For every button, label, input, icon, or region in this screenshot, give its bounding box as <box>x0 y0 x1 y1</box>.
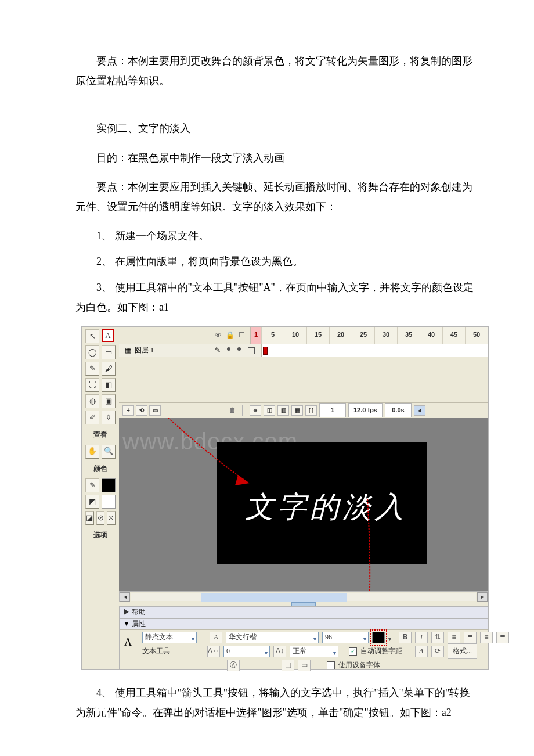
paint-bucket-tool-icon[interactable]: ▣ <box>102 394 116 408</box>
align-right-icon[interactable]: ≡ <box>480 632 493 643</box>
properties-panel: ▼ 属性 A 静态文本 A 华文行楷 96 <box>119 618 488 669</box>
layer-dot-icon <box>227 347 230 351</box>
format-button[interactable]: 格式... <box>448 643 477 659</box>
char-options-icon[interactable]: A <box>415 646 428 657</box>
tracking-icon: A↔ <box>207 646 220 657</box>
timeline-header: 👁 🔒 ☐ 1 5 10 15 20 25 30 35 40 45 50 <box>119 327 488 345</box>
toolbox-view-label: 查看 <box>82 424 119 442</box>
eraser-tool-icon[interactable]: ◊ <box>102 411 116 424</box>
render-html-icon[interactable]: ◫ <box>282 660 294 671</box>
center-frame-icon[interactable]: ⎆ <box>250 405 261 416</box>
timeline-frames[interactable] <box>261 344 488 357</box>
paragraph-step-4: 4、 使用工具箱中"箭头工具"按钮，将输入的文字选中，执行"插入"菜单下的"转换… <box>75 683 476 722</box>
stage-area[interactable]: www.bdocx.com 文字的淡入 <box>119 418 488 591</box>
properties-panel-header[interactable]: ▼ 属性 <box>120 619 488 630</box>
device-font-label: 使用设备字体 <box>338 658 380 672</box>
eye-icon[interactable]: 👁 <box>214 332 222 340</box>
text-type-select[interactable]: 静态文本 <box>142 632 197 643</box>
kerning-mode-select[interactable]: 正常 <box>290 646 338 657</box>
default-colors-icon[interactable]: ◪ <box>85 511 94 525</box>
align-center-icon[interactable]: ≣ <box>464 632 477 643</box>
font-size-select[interactable]: 96 <box>322 632 369 643</box>
paragraph-step-3: 3、 使用工具箱中的"文本工具"按钮"A"，在页面中输入文字，并将文字的颜色设定… <box>75 278 476 317</box>
onion-outline-icon[interactable]: ▥ <box>277 405 289 416</box>
hand-tool-icon[interactable]: ✋ <box>85 445 99 459</box>
text-direction-icon[interactable]: ⇅ <box>431 632 444 643</box>
layer-dot-icon <box>237 347 241 351</box>
brush-tool-icon[interactable]: 🖌 <box>102 362 116 376</box>
layer-outline-box-icon <box>248 347 255 354</box>
modify-onion-icon[interactable]: ［］ <box>305 405 317 416</box>
scroll-right-arrow-icon[interactable]: ▸ <box>477 592 488 602</box>
paragraph-essentials-2: 要点：本例主要应用到插入关键帧、延长动画播放时间、将舞台存在的对象创建为元件、设… <box>75 177 476 217</box>
trash-icon[interactable]: 🗑 <box>227 406 237 415</box>
arrow-tool-icon[interactable]: ↖ <box>85 329 99 343</box>
device-font-checkbox[interactable] <box>327 661 335 669</box>
ruler-tick: 1 <box>251 327 262 344</box>
stroke-color-swatch[interactable] <box>102 478 116 492</box>
ruler-tick: 5 <box>262 327 284 344</box>
ruler-tick: 10 <box>284 327 307 344</box>
ruler-tick: 40 <box>420 327 443 344</box>
align-left-icon[interactable]: ≡ <box>448 632 460 643</box>
font-preview-icon: A <box>210 632 222 643</box>
scroll-left-arrow-icon[interactable]: ◂ <box>120 592 130 602</box>
scrollbar-track[interactable] <box>131 593 476 601</box>
add-folder-icon[interactable]: ▭ <box>149 405 161 416</box>
rotate-icon[interactable]: ⟳ <box>431 646 444 657</box>
outline-icon[interactable]: ☐ <box>237 332 246 340</box>
ink-bottle-tool-icon[interactable]: ◍ <box>85 394 99 408</box>
paragraph-step-1: 1、 新建一个场景文件。 <box>75 226 476 246</box>
toolbox-options-label: 选项 <box>82 525 119 543</box>
panel-resize-grip[interactable] <box>119 602 488 606</box>
rect-tool-icon[interactable]: ▭ <box>102 345 116 359</box>
stage-canvas[interactable]: 文字的淡入 <box>217 442 427 564</box>
paragraph-step-2: 2、 在属性面版里，将页面背景色设为黑色。 <box>75 251 476 271</box>
layer-name: 图层 1 <box>135 344 154 357</box>
text-tool-icon[interactable]: A <box>102 329 114 342</box>
stage-text-object[interactable]: 文字的淡入 <box>236 480 416 535</box>
no-color-icon[interactable]: ⊘ <box>96 511 105 525</box>
selectable-icon[interactable]: Ⓐ <box>227 660 240 671</box>
scrollbar-thumb[interactable] <box>201 593 347 602</box>
free-transform-tool-icon[interactable]: ⛶ <box>85 378 99 392</box>
tracking-input[interactable]: 0 <box>223 646 270 657</box>
text-tool-indicator-icon: A <box>124 632 132 652</box>
show-border-icon[interactable]: ▭ <box>298 660 311 671</box>
flash-screenshot: ↖ A ◯ ▭ ✎ 🖌 ⛶ ◧ ◍ ▣ <box>81 326 476 670</box>
lock-icon[interactable]: 🔒 <box>226 332 234 340</box>
eyedropper-tool-icon[interactable]: ✐ <box>85 411 99 424</box>
font-family-select[interactable]: 华文行楷 <box>226 632 319 643</box>
edit-multiple-icon[interactable]: ▦ <box>291 405 303 416</box>
auto-kern-checkbox[interactable]: ✓ <box>349 647 357 656</box>
onion-skin-icon[interactable]: ◫ <box>264 405 275 416</box>
help-panel-header[interactable]: ▶ 帮助 <box>119 606 488 619</box>
swap-colors-icon[interactable]: ⤭ <box>107 511 116 525</box>
toolbox-color-label: 颜色 <box>82 459 119 477</box>
ruler-tick: 15 <box>307 327 330 344</box>
oval-tool-icon[interactable]: ◯ <box>85 345 99 359</box>
fill-color-swatch[interactable] <box>102 495 116 509</box>
fill-color-icon[interactable]: ◩ <box>85 495 99 509</box>
scroll-left-icon[interactable]: ◂ <box>414 405 425 416</box>
text-color-swatch[interactable] <box>372 632 385 643</box>
bold-button[interactable]: B <box>399 632 412 643</box>
add-guide-layer-icon[interactable]: ⟲ <box>136 405 147 416</box>
layer-row[interactable]: ▦ 图层 1 ✎ <box>119 344 488 358</box>
horizontal-scrollbar[interactable]: ◂ ▸ <box>119 591 488 603</box>
stroke-color-icon[interactable]: ✎ <box>85 478 99 492</box>
ruler-tick: 25 <box>352 327 375 344</box>
auto-kern-label: 自动调整字距 <box>360 645 402 658</box>
italic-button[interactable]: I <box>415 632 428 643</box>
align-justify-icon[interactable]: ≣ <box>496 632 509 643</box>
pencil-icon: ✎ <box>215 344 221 357</box>
add-layer-icon[interactable]: + <box>122 405 134 416</box>
keyframe-icon[interactable] <box>263 347 268 355</box>
fill-transform-tool-icon[interactable]: ◧ <box>102 378 116 392</box>
timeline-status-bar: + ⟲ ▭ 🗑 ⎆ ◫ ▥ ▦ ［］ 1 12.0 fps 0.0s ◂ <box>119 402 488 419</box>
ruler-tick: 35 <box>398 327 420 344</box>
baseline-shift-icon: A↕ <box>273 646 286 657</box>
zoom-tool-icon[interactable]: 🔍 <box>102 445 116 459</box>
ruler-tick: 45 <box>443 327 466 344</box>
pencil-tool-icon[interactable]: ✎ <box>85 362 99 376</box>
